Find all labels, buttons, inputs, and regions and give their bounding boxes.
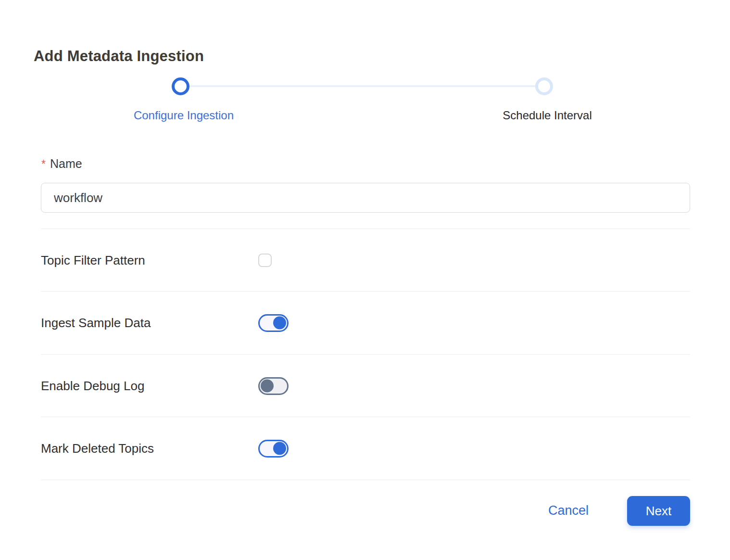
option-row-ingest-sample-data: Ingest Sample Data [41, 292, 690, 354]
toggle-knob [261, 380, 274, 393]
cancel-button[interactable]: Cancel [548, 503, 589, 518]
step-circle-configure-ingestion[interactable] [172, 77, 189, 95]
page-title: Add Metadata Ingestion [34, 48, 204, 65]
option-row-topic-filter-pattern: Topic Filter Pattern [41, 229, 690, 292]
option-row-enable-debug-log: Enable Debug Log [41, 355, 690, 417]
required-asterisk: * [41, 158, 46, 170]
name-field-label: *Name [41, 157, 82, 171]
name-field-label-text: Name [50, 157, 82, 170]
ingest-sample-data-label: Ingest Sample Data [41, 316, 258, 331]
divider [41, 480, 690, 480]
name-input[interactable] [41, 183, 690, 213]
topic-filter-pattern-checkbox[interactable] [258, 254, 272, 267]
step-circle-schedule-interval[interactable] [535, 77, 553, 95]
mark-deleted-topics-toggle[interactable] [258, 440, 289, 458]
step-label-schedule-interval[interactable]: Schedule Interval [503, 109, 592, 122]
toggle-knob [273, 442, 286, 455]
next-button[interactable]: Next [627, 496, 690, 526]
option-row-mark-deleted-topics: Mark Deleted Topics [41, 417, 690, 480]
enable-debug-log-toggle[interactable] [258, 377, 289, 395]
step-label-configure-ingestion[interactable]: Configure Ingestion [134, 109, 234, 122]
topic-filter-pattern-label: Topic Filter Pattern [41, 253, 258, 268]
stepper-connector-line [189, 85, 536, 87]
toggle-knob [273, 317, 286, 330]
add-metadata-ingestion-page: Add Metadata Ingestion Configure Ingesti… [0, 0, 730, 560]
ingest-sample-data-toggle[interactable] [258, 314, 289, 332]
enable-debug-log-label: Enable Debug Log [41, 379, 258, 394]
mark-deleted-topics-label: Mark Deleted Topics [41, 441, 258, 456]
